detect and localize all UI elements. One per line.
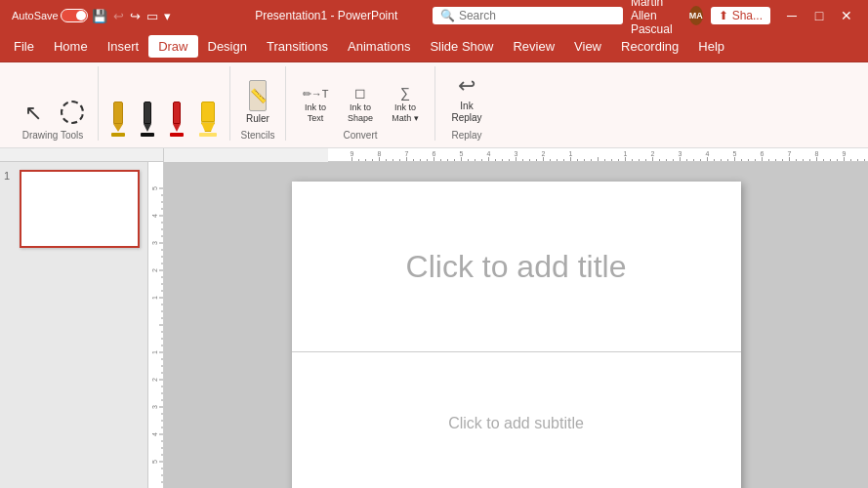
search-bar[interactable]: 🔍 bbox=[433, 7, 623, 24]
subtitle-placeholder[interactable]: Click to add subtitle bbox=[292, 352, 741, 488]
slide-panel[interactable]: 1 bbox=[0, 162, 164, 488]
red-pen-btn[interactable] bbox=[165, 100, 188, 139]
v-ruler-canvas bbox=[148, 162, 164, 488]
ribbon-group-convert: ✏→T Ink toText ◻ Ink toShape ∑ Ink toMat… bbox=[286, 66, 435, 141]
pencil-tool-btn[interactable] bbox=[106, 100, 130, 139]
undo-button[interactable]: ↩ bbox=[111, 8, 126, 24]
h-ruler-canvas bbox=[328, 148, 868, 162]
stencils-label: Stencils bbox=[240, 130, 274, 141]
ink-replay-icon: ↩ bbox=[458, 73, 475, 99]
ink-to-text-label: Ink toText bbox=[305, 102, 326, 124]
title-bar-right: 🔍 Martin Allen Pascual MA ⬆ Sha... ─ □ ✕ bbox=[433, 0, 860, 36]
ink-to-shape-btn[interactable]: ◻ Ink toShape bbox=[339, 83, 382, 126]
avatar: MA bbox=[689, 6, 703, 25]
autosave-label: AutoSave bbox=[12, 10, 59, 21]
ribbon-group-replay: ↩ InkReplay Replay bbox=[435, 66, 498, 141]
main-area: 1 Click to add title Click to add subtit… bbox=[0, 162, 868, 488]
lasso-icon bbox=[61, 101, 84, 124]
replay-content: ↩ InkReplay bbox=[443, 66, 490, 128]
ribbon: ↖ Drawing Tools bbox=[0, 62, 868, 148]
close-button[interactable]: ✕ bbox=[833, 0, 860, 31]
ink-to-text-btn[interactable]: ✏→T Ink toText bbox=[294, 86, 337, 126]
ink-to-shape-icon: ◻ bbox=[354, 85, 366, 101]
window-controls: ─ □ ✕ bbox=[778, 0, 860, 31]
ribbon-group-stencils: 📏 Ruler Stencils bbox=[230, 66, 286, 141]
convert-label: Convert bbox=[343, 130, 377, 141]
ink-to-text-icon: ✏→T bbox=[303, 88, 329, 101]
subtitle-placeholder-text: Click to add subtitle bbox=[448, 415, 584, 432]
ink-replay-label: InkReplay bbox=[451, 101, 481, 124]
ribbon-group-drawing-tools: ↖ Drawing Tools bbox=[8, 66, 99, 141]
menu-animations[interactable]: Animations bbox=[338, 35, 420, 58]
menu-home[interactable]: Home bbox=[44, 35, 98, 58]
maximize-button[interactable]: □ bbox=[806, 0, 833, 31]
black-pen-btn[interactable] bbox=[136, 100, 159, 139]
ink-to-math-label: Ink toMath ▾ bbox=[392, 102, 419, 124]
redo-button[interactable]: ↪ bbox=[128, 8, 143, 24]
ink-to-shape-label: Ink toShape bbox=[348, 102, 373, 124]
ruler-btn[interactable]: 📏 Ruler bbox=[238, 78, 277, 126]
lasso-tool-btn[interactable] bbox=[55, 99, 90, 126]
ink-to-math-btn[interactable]: ∑ Ink toMath ▾ bbox=[384, 83, 427, 126]
menu-design[interactable]: Design bbox=[198, 35, 257, 58]
menu-insert[interactable]: Insert bbox=[98, 35, 149, 58]
user-name: Martin Allen Pascual bbox=[631, 0, 683, 36]
user-area: Martin Allen Pascual MA bbox=[631, 0, 703, 36]
present-button[interactable]: ▭ bbox=[145, 8, 160, 24]
drawing-tools-label: Drawing Tools bbox=[22, 130, 84, 141]
title-bar-center: Presentation1 - PowerPoint bbox=[220, 9, 432, 22]
ruler-icon: 📏 bbox=[249, 80, 267, 111]
ink-to-math-icon: ∑ bbox=[400, 85, 410, 101]
ruler-horizontal bbox=[328, 148, 868, 162]
autosave-toggle[interactable] bbox=[61, 9, 88, 22]
pens-content bbox=[106, 66, 222, 141]
share-label: Sha... bbox=[732, 9, 763, 22]
title-placeholder-text: Click to add title bbox=[406, 249, 627, 285]
slide-number: 1 bbox=[4, 170, 16, 182]
slide-canvas: Click to add title Click to add subtitle bbox=[292, 182, 741, 488]
menu-slideshow[interactable]: Slide Show bbox=[420, 35, 503, 58]
menu-recording[interactable]: Recording bbox=[611, 35, 688, 58]
menu-review[interactable]: Review bbox=[503, 35, 564, 58]
select-tool-btn[interactable]: ↖ bbox=[16, 101, 51, 126]
convert-content: ✏→T Ink toText ◻ Ink toShape ∑ Ink toMat… bbox=[294, 66, 427, 128]
title-bar-left: AutoSave 💾 ↩ ↪ ▭ ▾ bbox=[8, 4, 220, 28]
menu-transitions[interactable]: Transitions bbox=[257, 35, 338, 58]
customize-quick-access[interactable]: ▾ bbox=[162, 8, 173, 24]
search-input[interactable] bbox=[459, 9, 615, 22]
slide-thumbnail[interactable] bbox=[20, 170, 140, 248]
share-button[interactable]: ⬆ Sha... bbox=[711, 7, 770, 24]
share-icon: ⬆ bbox=[719, 9, 728, 22]
canvas-area: Click to add title Click to add subtitle bbox=[164, 162, 868, 488]
ink-replay-btn[interactable]: ↩ InkReplay bbox=[443, 71, 490, 126]
quick-access-toolbar: AutoSave 💾 ↩ ↪ ▭ ▾ bbox=[8, 4, 177, 28]
menu-view[interactable]: View bbox=[564, 35, 611, 58]
replay-label: Replay bbox=[451, 130, 481, 141]
minimize-button[interactable]: ─ bbox=[778, 0, 806, 31]
save-button[interactable]: 💾 bbox=[90, 8, 109, 24]
stencils-content: 📏 Ruler bbox=[238, 66, 277, 128]
select-icon: ↖ bbox=[24, 102, 42, 124]
search-icon: 🔍 bbox=[440, 9, 455, 22]
doc-title: Presentation1 - PowerPoint bbox=[255, 9, 397, 22]
ruler-label: Ruler bbox=[246, 113, 269, 124]
ribbon-groups: ↖ Drawing Tools bbox=[8, 66, 860, 141]
menu-draw[interactable]: Draw bbox=[148, 35, 197, 58]
highlighter-btn[interactable] bbox=[194, 100, 222, 139]
menu-help[interactable]: Help bbox=[688, 35, 734, 58]
title-bar: AutoSave 💾 ↩ ↪ ▭ ▾ Presentation1 - Power… bbox=[0, 0, 868, 31]
drawing-tools-content: ↖ bbox=[16, 66, 90, 128]
ribbon-group-pens bbox=[99, 66, 230, 141]
menu-file[interactable]: File bbox=[4, 35, 44, 58]
slide-thumb-container: 1 bbox=[4, 170, 140, 248]
title-placeholder[interactable]: Click to add title bbox=[292, 182, 741, 352]
ruler-vertical bbox=[147, 162, 163, 488]
ruler-corner bbox=[0, 148, 164, 162]
